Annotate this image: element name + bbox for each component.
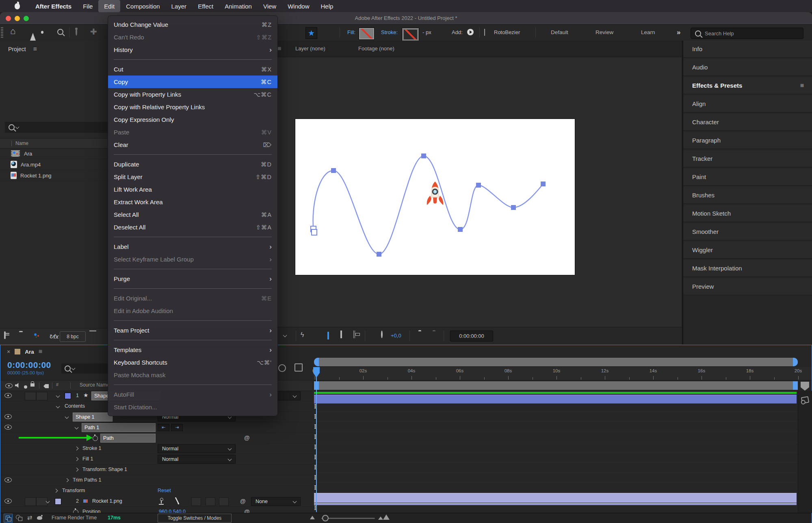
composition-canvas[interactable] bbox=[295, 119, 575, 275]
menu-file[interactable]: File bbox=[77, 0, 98, 12]
interpret-footage-icon[interactable] bbox=[4, 332, 6, 338]
menu-item-deselect-all[interactable]: Deselect All⇧⌘A bbox=[108, 221, 277, 233]
path-curve[interactable] bbox=[313, 156, 543, 254]
timeline-search-input[interactable] bbox=[61, 363, 113, 374]
workspace-tab-default[interactable]: Default bbox=[551, 29, 568, 35]
menu-view[interactable]: View bbox=[258, 0, 282, 12]
path1-name[interactable]: Path 1 bbox=[82, 423, 156, 432]
project-item-rocket-1-png[interactable]: Rocket 1.png bbox=[0, 170, 109, 181]
menu-item-split-layer[interactable]: Split Layer⇧⌘D bbox=[108, 171, 277, 183]
menu-item-copy-with-relative-property-links[interactable]: Copy with Relative Property Links bbox=[108, 101, 277, 113]
panel-tab-motion-sketch[interactable]: Motion Sketch bbox=[683, 205, 812, 222]
eye-icon[interactable] bbox=[4, 393, 12, 399]
source-name-column-header[interactable]: Source Name bbox=[80, 382, 109, 388]
tab-footage[interactable]: Footage (none) bbox=[358, 41, 394, 57]
timeline-zoom-slider-track[interactable] bbox=[321, 518, 375, 519]
layer-name[interactable]: Rocket 1.png bbox=[92, 496, 122, 506]
menu-item-lift-work-area[interactable]: Lift Work Area bbox=[108, 183, 277, 196]
stroke1-mode-dropdown[interactable]: Normal bbox=[158, 444, 236, 453]
close-icon[interactable]: × bbox=[7, 348, 10, 355]
menu-composition[interactable]: Composition bbox=[120, 0, 165, 12]
panel-tab-audio[interactable]: Audio bbox=[683, 59, 812, 76]
shape-layer-duration-bar[interactable] bbox=[314, 395, 797, 404]
transform-reset-link[interactable]: Reset bbox=[158, 486, 171, 496]
fill1-mode-dropdown[interactable]: Normal bbox=[158, 455, 236, 464]
toolbar-grip[interactable] bbox=[1, 27, 3, 38]
help-search-input[interactable]: Search Help bbox=[691, 28, 803, 39]
chevron-down-icon[interactable] bbox=[75, 426, 79, 430]
path1-row[interactable]: Path 1 ⇤ ⇥ bbox=[0, 422, 312, 433]
menu-item-keyboard-shortcuts[interactable]: Keyboard Shortcuts⌥⌘' bbox=[108, 356, 277, 369]
panel-tab-preview[interactable]: Preview bbox=[683, 278, 812, 295]
menu-item-copy[interactable]: Copy⌘C bbox=[108, 76, 277, 88]
home-icon[interactable]: ⌂ bbox=[10, 26, 15, 36]
transform-label[interactable]: Transform bbox=[62, 486, 85, 496]
menu-item-undo-change-value[interactable]: Undo Change Value⌘Z bbox=[108, 18, 277, 31]
transform-shape-label[interactable]: Transform: Shape 1 bbox=[82, 465, 127, 475]
guides-icon[interactable] bbox=[353, 331, 355, 337]
pickwhip-icon[interactable]: @ bbox=[240, 498, 246, 504]
chevron-right-icon[interactable] bbox=[54, 489, 58, 493]
menu-window[interactable]: Window bbox=[282, 0, 315, 12]
menu-item-history[interactable]: History› bbox=[108, 43, 277, 56]
zoom-tool-icon[interactable] bbox=[57, 29, 63, 36]
chevron-down-icon[interactable] bbox=[56, 394, 60, 398]
time-navigator-bar[interactable] bbox=[314, 358, 798, 366]
adjustment-toggle-icon[interactable]: ↻fx bbox=[49, 333, 58, 340]
menu-item-copy-with-property-links[interactable]: Copy with Property Links⌥⌘C bbox=[108, 88, 277, 101]
panel-tab-info[interactable]: Info bbox=[683, 41, 812, 58]
keyframe-in-icon[interactable]: ⇤ bbox=[158, 424, 169, 431]
path-vertices[interactable] bbox=[331, 153, 546, 257]
eye-icon[interactable] bbox=[4, 499, 12, 505]
trim-paths-row[interactable]: Trim Paths 1 bbox=[0, 475, 312, 486]
panel-tab-brushes[interactable]: Brushes bbox=[683, 187, 812, 204]
menu-item-label[interactable]: Label› bbox=[108, 240, 277, 253]
panel-tab-align[interactable]: Align bbox=[683, 95, 812, 112]
layer-color-swatch[interactable] bbox=[55, 498, 61, 505]
menu-item-duplicate[interactable]: Duplicate⌘D bbox=[108, 158, 277, 171]
selection-tool-icon[interactable] bbox=[30, 27, 36, 33]
time-ruler[interactable]: 0s02s04s06s08s10s12s14s16s18s20s bbox=[313, 367, 812, 380]
stroke1-name[interactable]: Stroke 1 bbox=[82, 443, 102, 454]
transform-row[interactable]: Transform Reset bbox=[0, 486, 312, 496]
panel-tab-wiggler[interactable]: Wiggler bbox=[683, 242, 812, 259]
expand-layer-switches-icon[interactable] bbox=[4, 514, 13, 523]
trim-paths-label[interactable]: Trim Paths 1 bbox=[73, 475, 101, 485]
menu-item-purge[interactable]: Purge› bbox=[108, 272, 277, 285]
timeline-panel-menu-icon[interactable]: ≡ bbox=[39, 348, 42, 355]
panel-tab-character[interactable]: Character bbox=[683, 114, 812, 131]
fill1-name[interactable]: Fill 1 bbox=[82, 454, 93, 464]
stroke-label[interactable]: Stroke: bbox=[381, 29, 398, 35]
layer-color-swatch[interactable] bbox=[65, 393, 71, 399]
rocket-layer-duration-bar[interactable] bbox=[314, 493, 797, 505]
pickwhip-icon[interactable]: @ bbox=[244, 434, 250, 441]
project-panel-tab[interactable]: Project bbox=[8, 46, 26, 52]
fill1-row[interactable]: Fill 1 Normal bbox=[0, 454, 312, 465]
menu-item-extract-work-area[interactable]: Extract Work Area bbox=[108, 196, 277, 208]
project-item-ara[interactable]: Ara bbox=[0, 148, 109, 159]
project-search-input[interactable] bbox=[5, 122, 108, 133]
timeline-zoom-slider-knob[interactable] bbox=[322, 515, 329, 521]
marker-icon[interactable] bbox=[801, 396, 810, 404]
stroke1-row[interactable]: Stroke 1 Normal bbox=[0, 443, 312, 454]
menu-item-cut[interactable]: Cut⌘X bbox=[108, 63, 277, 76]
pan-camera-tool-icon[interactable]: ✚ bbox=[90, 27, 97, 36]
chevron-right-icon[interactable] bbox=[75, 447, 79, 451]
magnification-dropdown-icon[interactable] bbox=[283, 333, 287, 337]
expand-in-out-icon[interactable]: ⇄ bbox=[26, 514, 34, 522]
workspace-tab-learn[interactable]: Learn bbox=[641, 29, 655, 35]
tab-layer[interactable]: Layer (none) bbox=[295, 41, 325, 57]
eye-icon[interactable] bbox=[4, 478, 12, 484]
menu-layer[interactable]: Layer bbox=[166, 0, 193, 12]
menu-effect[interactable]: Effect bbox=[192, 0, 219, 12]
fill-label[interactable]: Fill: bbox=[347, 29, 355, 35]
exposure-icon[interactable] bbox=[381, 331, 383, 337]
exposure-value[interactable]: +0,0 bbox=[391, 333, 401, 339]
timeline-comp-name[interactable]: Ara bbox=[25, 349, 34, 355]
quality-icon[interactable] bbox=[174, 497, 180, 504]
zoom-out-mountain-icon[interactable] bbox=[310, 516, 315, 519]
menu-item-team-project[interactable]: Team Project› bbox=[108, 324, 277, 337]
panel-tab-smoother[interactable]: Smoother bbox=[683, 223, 812, 240]
add-icon[interactable] bbox=[467, 29, 474, 37]
orbit-tool-icon[interactable] bbox=[76, 29, 77, 35]
